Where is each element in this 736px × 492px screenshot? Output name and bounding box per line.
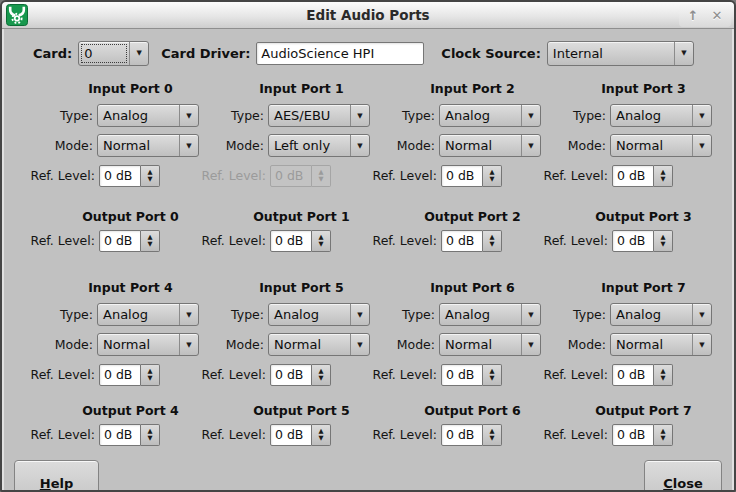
input-port-7-type-select[interactable]: Analog ▼ [610, 303, 712, 326]
help-button[interactable]: Help [14, 460, 99, 492]
close-button-label: Close [663, 476, 703, 491]
dropdown-arrow-icon[interactable]: ▼ [129, 42, 148, 65]
type-row: Type: AES/EBU ▼ [199, 104, 370, 127]
dropdown-arrow-icon[interactable]: ▼ [179, 334, 198, 355]
input-port-6-mode-select[interactable]: Normal ▼ [439, 333, 541, 356]
spin-down-icon[interactable]: ▼ [661, 176, 666, 183]
titlebar[interactable]: Edit Audio Ports ↑ ✕ [2, 2, 734, 29]
spin-down-icon[interactable]: ▼ [148, 435, 153, 442]
spinner-buttons[interactable]: ▲ ▼ [654, 165, 673, 187]
output-port-6-ref-level-value[interactable]: 0 dB [441, 424, 483, 446]
output-port-5-ref-level-value[interactable]: 0 dB [270, 424, 312, 446]
output-port-2-ref-level-value[interactable]: 0 dB [441, 230, 483, 252]
window-title: Edit Audio Ports [2, 7, 734, 23]
spin-down-icon[interactable]: ▼ [148, 241, 153, 248]
spinner-buttons[interactable]: ▲ ▼ [483, 165, 502, 187]
ref-level-label: Ref. Level: [370, 168, 441, 183]
spinner-buttons[interactable]: ▲ ▼ [654, 364, 673, 386]
spin-down-icon[interactable]: ▼ [490, 176, 495, 183]
close-button[interactable]: Close [644, 460, 722, 492]
spin-down-icon[interactable]: ▼ [319, 375, 324, 382]
card-driver-input[interactable] [256, 42, 424, 65]
input-port-0-mode-select[interactable]: Normal ▼ [97, 134, 199, 157]
topbar: Card: 0 ▼ Card Driver: Clock Source: Int… [33, 40, 732, 66]
spin-down-icon[interactable]: ▼ [661, 375, 666, 382]
dropdown-arrow-icon[interactable]: ▼ [692, 334, 711, 355]
spinner-buttons[interactable]: ▲ ▼ [141, 424, 160, 446]
spinner-buttons[interactable]: ▲ ▼ [312, 424, 331, 446]
spinner-buttons[interactable]: ▲ ▼ [483, 424, 502, 446]
dropdown-arrow-icon[interactable]: ▼ [521, 105, 540, 126]
input-port-7-mode-select[interactable]: Normal ▼ [610, 333, 712, 356]
output-port-6-panel: Output Port 6 Ref. Level: 0 dB ▲ ▼ [370, 403, 541, 453]
input-port-1-type-select[interactable]: AES/EBU ▼ [268, 104, 370, 127]
input-port-2-ref-level-value[interactable]: 0 dB [441, 165, 483, 187]
dropdown-arrow-icon[interactable]: ▼ [179, 105, 198, 126]
output-port-0-ref-level-value[interactable]: 0 dB [99, 230, 141, 252]
input-port-5-ref-level-value[interactable]: 0 dB [270, 364, 312, 386]
mode-row: Mode: Normal ▼ [541, 333, 712, 356]
dropdown-arrow-icon[interactable]: ▼ [350, 334, 369, 355]
dropdown-arrow-icon[interactable]: ▼ [350, 135, 369, 156]
spin-down-icon[interactable]: ▼ [319, 241, 324, 248]
type-value: Analog [269, 304, 350, 325]
input-port-3-type-select[interactable]: Analog ▼ [610, 104, 712, 127]
input-port-6-ref-level-value[interactable]: 0 dB [441, 364, 483, 386]
input-port-3-ref-level-value[interactable]: 0 dB [612, 165, 654, 187]
spinner-buttons[interactable]: ▲ ▼ [654, 230, 673, 252]
spin-down-icon[interactable]: ▼ [490, 435, 495, 442]
input-port-7-panel: Input Port 7 Type: Analog ▼ Mode: Normal… [541, 280, 712, 393]
input-port-7-ref-level-value[interactable]: 0 dB [612, 364, 654, 386]
input-port-1-mode-select[interactable]: Left only ▼ [268, 134, 370, 157]
close-window-button[interactable]: ✕ [705, 8, 729, 23]
spinner-buttons[interactable]: ▲ ▼ [483, 230, 502, 252]
dropdown-arrow-icon[interactable]: ▼ [521, 334, 540, 355]
input-port-5-mode-select[interactable]: Normal ▼ [268, 333, 370, 356]
spin-down-icon[interactable]: ▼ [661, 241, 666, 248]
input-port-0-ref-level-value[interactable]: 0 dB [99, 165, 141, 187]
spinner-buttons[interactable]: ▲ ▼ [483, 364, 502, 386]
dropdown-arrow-icon[interactable]: ▼ [692, 304, 711, 325]
spinner-buttons[interactable]: ▲ ▼ [141, 165, 160, 187]
spin-down-icon[interactable]: ▼ [148, 176, 153, 183]
spin-down-icon[interactable]: ▼ [490, 241, 495, 248]
input-port-0-type-select[interactable]: Analog ▼ [97, 104, 199, 127]
spinner-buttons[interactable]: ▲ ▼ [141, 230, 160, 252]
dropdown-arrow-icon[interactable]: ▼ [521, 304, 540, 325]
input-port-2-type-select[interactable]: Analog ▼ [439, 104, 541, 127]
input-port-3-mode-select[interactable]: Normal ▼ [610, 134, 712, 157]
input-port-6-type-select[interactable]: Analog ▼ [439, 303, 541, 326]
output-port-4-ref-level-value[interactable]: 0 dB [99, 424, 141, 446]
spinner-buttons[interactable]: ▲ ▼ [654, 424, 673, 446]
clock-source-select[interactable]: Internal ▼ [547, 41, 694, 66]
output-port-1-ref-level-value[interactable]: 0 dB [270, 230, 312, 252]
spin-down-icon[interactable]: ▼ [148, 375, 153, 382]
dropdown-arrow-icon[interactable]: ▼ [674, 42, 693, 65]
spin-down-icon[interactable]: ▼ [661, 435, 666, 442]
spinner-buttons[interactable]: ▲ ▼ [312, 364, 331, 386]
dropdown-arrow-icon[interactable]: ▼ [179, 304, 198, 325]
spinner-buttons[interactable]: ▲ ▼ [312, 230, 331, 252]
dropdown-arrow-icon[interactable]: ▼ [350, 105, 369, 126]
dropdown-arrow-icon[interactable]: ▼ [521, 135, 540, 156]
output-port-3-ref-level-value[interactable]: 0 dB [612, 230, 654, 252]
dropdown-arrow-icon[interactable]: ▼ [350, 304, 369, 325]
output-port-4-panel: Output Port 4 Ref. Level: 0 dB ▲ ▼ [28, 403, 199, 453]
spin-down-icon[interactable]: ▼ [319, 435, 324, 442]
input-port-4-type-select[interactable]: Analog ▼ [97, 303, 199, 326]
output-port-7-ref-level-value[interactable]: 0 dB [612, 424, 654, 446]
input-port-2-mode-select[interactable]: Normal ▼ [439, 134, 541, 157]
output-port-7-panel: Output Port 7 Ref. Level: 0 dB ▲ ▼ [541, 403, 712, 453]
spinner-buttons[interactable]: ▲ ▼ [141, 364, 160, 386]
input-port-4-ref-level-value[interactable]: 0 dB [99, 364, 141, 386]
shade-button[interactable]: ↑ [681, 8, 705, 23]
spin-down-icon[interactable]: ▼ [490, 375, 495, 382]
dropdown-arrow-icon[interactable]: ▼ [692, 135, 711, 156]
input-port-4-mode-select[interactable]: Normal ▼ [97, 333, 199, 356]
dropdown-arrow-icon[interactable]: ▼ [179, 135, 198, 156]
card-select[interactable]: 0 ▼ [78, 41, 149, 66]
port-title: Input Port 0 [28, 81, 199, 96]
mode-value: Normal [98, 135, 179, 156]
input-port-5-type-select[interactable]: Analog ▼ [268, 303, 370, 326]
dropdown-arrow-icon[interactable]: ▼ [692, 105, 711, 126]
